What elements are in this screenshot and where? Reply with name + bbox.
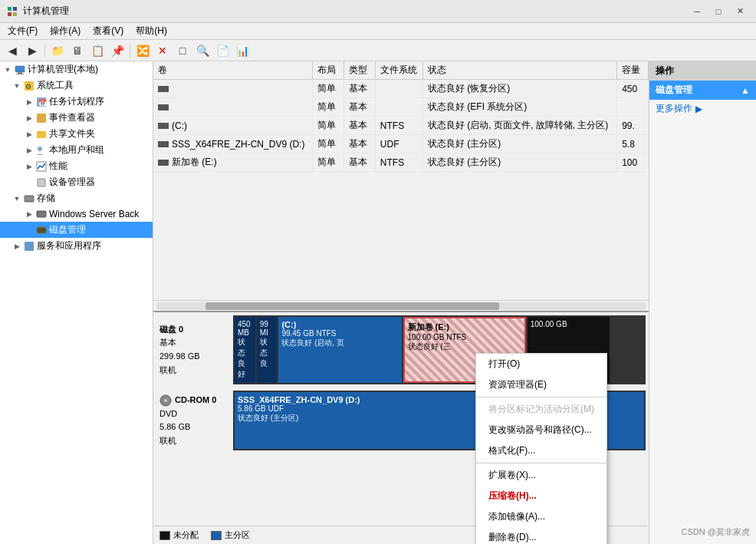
tree-event-label: 事件查看器 (49, 111, 95, 124)
disk-partition[interactable]: 99 MI 状态良 (257, 317, 278, 383)
cell-capacity (617, 98, 649, 117)
cell-layout: 简单 (313, 80, 344, 98)
more-actions-item[interactable]: 更多操作 ▶ (649, 100, 756, 117)
col-type[interactable]: 类型 (344, 61, 376, 80)
toolbar-back[interactable]: ◀ (3, 42, 21, 59)
shared-icon (35, 128, 48, 140)
partition-size: 99.45 GB NTFS (281, 329, 398, 338)
context-menu-item[interactable]: 扩展卷(X)... (476, 465, 606, 486)
col-volume[interactable]: 卷 (153, 61, 313, 80)
cell-fs (375, 98, 422, 117)
disk-partition[interactable]: (C:) 99.45 GB NTFS 状态良好 (启动, 页 (278, 317, 401, 383)
disk-partition[interactable]: 450 MB 状态良好 (235, 317, 255, 383)
task-toggle[interactable]: ▶ (25, 97, 34, 107)
cell-layout: 简单 (313, 153, 344, 172)
partition-status: 状态良好 (启动, 页 (281, 338, 398, 348)
tree-shared-folders[interactable]: ▶ 共享文件夹 (0, 126, 153, 142)
table-row[interactable]: 简单 基本 状态良好 (恢复分区) 450 (153, 80, 649, 98)
tree-root-label: 计算机管理(本地) (28, 63, 98, 76)
services-toggle[interactable]: ▶ (12, 242, 21, 251)
toolbar-forward[interactable]: ▶ (23, 42, 41, 59)
storage-toggle[interactable]: ▼ (12, 194, 21, 203)
tree-disk-mgmt[interactable]: 磁盘管理 (0, 222, 153, 238)
disk-mgmt-action-label: 磁盘管理 (656, 84, 692, 97)
tree-performance[interactable]: ▶ 性能 (0, 158, 153, 174)
actions-title-text: 操作 (656, 64, 674, 77)
system-tools-icon: ⚙ (23, 80, 35, 92)
tree-wsb[interactable]: ▶ Windows Server Back (0, 206, 153, 222)
minimize-button[interactable]: ─ (687, 4, 707, 19)
context-menu-item[interactable]: 压缩卷(H)... (476, 486, 606, 506)
col-status[interactable]: 状态 (423, 61, 617, 80)
horizontal-scrollbar[interactable] (153, 300, 649, 311)
wsb-toggle[interactable]: ▶ (25, 209, 34, 219)
cell-type: 基本 (344, 135, 376, 153)
table-row[interactable]: SSS_X64FRE_ZH-CN_DV9 (D:) 简单 基本 UDF 状态良好… (153, 135, 649, 153)
cell-fs (375, 80, 422, 98)
menu-file[interactable]: 文件(F) (3, 23, 42, 39)
tree-local-users[interactable]: ▶ 本地用户和组 (0, 142, 153, 158)
maximize-button[interactable]: □ (708, 4, 728, 19)
perf-toggle[interactable]: ▶ (25, 162, 34, 171)
scroll-thumb[interactable] (205, 302, 499, 310)
toolbar-up[interactable]: 📁 (48, 42, 67, 59)
tree-shared-label: 共享文件夹 (49, 127, 95, 140)
table-row[interactable]: 简单 基本 状态良好 (EFI 系统分区) (153, 98, 649, 117)
disk-mgmt-collapse-icon[interactable]: ▲ (741, 85, 750, 96)
context-menu-item[interactable]: 打开(O) (476, 354, 606, 374)
tree-services[interactable]: ▶ 服务和应用程序 (0, 238, 153, 254)
menu-view[interactable]: 查看(V) (88, 23, 128, 39)
disk0-name: 磁盘 0 (159, 323, 230, 337)
table-row[interactable]: 新加卷 (E:) 简单 基本 NTFS 状态良好 (主分区) 100 (153, 153, 649, 172)
toolbar-btn7[interactable]: 🔍 (193, 42, 212, 59)
system-tools-toggle[interactable]: ▼ (12, 81, 21, 91)
shared-toggle[interactable]: ▶ (25, 130, 34, 139)
col-capacity[interactable]: 容量 (617, 61, 649, 80)
scroll-track[interactable] (156, 302, 646, 310)
legend-unallocated-label: 未分配 (173, 529, 199, 541)
tree-system-tools[interactable]: ▼ ⚙ 系统工具 (0, 77, 153, 94)
toolbar-btn4[interactable]: 📌 (108, 42, 127, 59)
toolbar-delete[interactable]: ✕ (153, 42, 172, 59)
cell-capacity: 99. (617, 117, 649, 135)
menu-help[interactable]: 帮助(H) (131, 23, 172, 39)
context-menu-item[interactable]: 更改驱动器号和路径(C)... (476, 420, 606, 440)
table-row[interactable]: (C:) 简单 基本 NTFS 状态良好 (启动, 页面文件, 故障转储, 主分… (153, 117, 649, 135)
toolbar-btn9[interactable]: 📊 (233, 42, 251, 59)
close-button[interactable]: ✕ (730, 4, 750, 19)
users-toggle[interactable]: ▶ (25, 146, 34, 155)
col-layout[interactable]: 布局 (313, 61, 344, 80)
tree-event-viewer[interactable]: ▶ 事件查看器 (0, 110, 153, 126)
toolbar-btn8[interactable]: 📄 (213, 42, 232, 59)
cell-volume (153, 80, 313, 98)
toolbar-btn6[interactable]: □ (173, 42, 192, 59)
cell-fs: NTFS (375, 153, 422, 172)
context-menu-item[interactable]: 资源管理器(E) (476, 374, 606, 395)
event-toggle[interactable]: ▶ (25, 114, 34, 123)
root-toggle[interactable]: ▼ (3, 65, 12, 74)
toolbar-sep2 (130, 44, 130, 58)
context-menu-item[interactable]: 添加镜像(A)... (476, 506, 606, 527)
task-icon: 📅 (35, 96, 48, 108)
legend-primary-box (211, 531, 222, 540)
toolbar-btn5[interactable]: 🔀 (133, 42, 152, 59)
cdrom0-name: CD-ROM 0 (175, 394, 216, 407)
tree-device-mgr[interactable]: 设备管理器 (0, 174, 153, 190)
disk-mgmt-action-header[interactable]: 磁盘管理 ▲ (649, 81, 756, 100)
storage-icon (23, 193, 35, 205)
toolbar-btn2[interactable]: 🖥 (68, 42, 87, 59)
tree-task-scheduler[interactable]: ▶ 📅 任务计划程序 (0, 94, 153, 110)
tree-storage[interactable]: ▼ 存储 (0, 190, 153, 206)
toolbar-btn3[interactable]: 📋 (88, 42, 107, 59)
cell-type: 基本 (344, 117, 376, 135)
menu-action[interactable]: 操作(A) (45, 23, 85, 39)
cell-volume: SSS_X64FRE_ZH-CN_DV9 (D:) (153, 135, 313, 153)
context-menu-item[interactable]: 格式化(F)... (476, 440, 606, 461)
cdrom0-status: 联机 (159, 434, 230, 448)
context-menu-item[interactable]: 删除卷(D)... (476, 527, 606, 544)
tree-root[interactable]: ▼ 计算机管理(本地) (0, 61, 153, 77)
partition-size: 100.00 GB (531, 320, 606, 328)
svg-rect-18 (37, 211, 46, 217)
cell-type: 基本 (344, 153, 376, 172)
col-fs[interactable]: 文件系统 (375, 61, 422, 80)
